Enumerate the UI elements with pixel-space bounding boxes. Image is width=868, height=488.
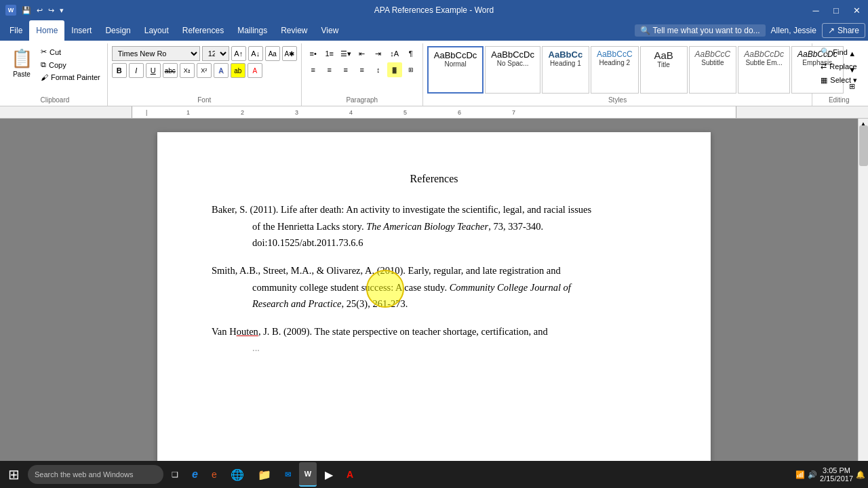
menu-home[interactable]: Home <box>29 20 64 41</box>
underline-btn[interactable]: U <box>146 63 161 78</box>
font-size-select[interactable]: 12 <box>202 46 229 61</box>
increase-indent-btn[interactable]: ⇥ <box>371 46 386 61</box>
scrollbar-thumb[interactable] <box>859 125 868 166</box>
clear-format-btn[interactable]: Aa <box>265 46 280 61</box>
paragraph-section: ≡• 1≡ ☰▾ ⇤ ⇥ ↕A ¶ ≡ ≡ ≡ ≡ ↕ ▓ ⊞ Paragrap… <box>302 43 423 106</box>
title-bar-controls: ─ □ ✕ <box>810 4 863 16</box>
maximize-btn[interactable]: □ <box>830 4 842 16</box>
ruler: | 1 2 3 4 5 6 7 <box>0 106 868 119</box>
grow-font-btn[interactable]: A↑ <box>231 46 246 61</box>
acrobat-taskbar-btn[interactable]: A <box>341 462 359 487</box>
paste-button[interactable]: 📋 Paste <box>7 46 37 80</box>
format-painter-label: Format Painter <box>51 73 100 81</box>
style-subtle-em[interactable]: AaBbCcDc Subtle Em... <box>738 46 790 94</box>
bold-btn[interactable]: B <box>112 63 127 78</box>
taskbar-search[interactable] <box>28 465 163 484</box>
document-container[interactable]: References Baker, S. (2011). Life after … <box>0 119 868 477</box>
word-taskbar-btn[interactable]: W <box>299 462 317 487</box>
share-btn[interactable]: ↗ Share <box>822 23 865 38</box>
customize-qa-btn[interactable]: ▾ <box>58 5 65 16</box>
change-case-btn[interactable]: A✱ <box>282 46 297 61</box>
font-style-row: B I U abc X₂ X² A ab A <box>112 63 297 78</box>
superscript-btn[interactable]: X² <box>197 63 212 78</box>
decrease-indent-btn[interactable]: ⇤ <box>355 46 370 61</box>
ruler-mark-4: 4 <box>349 109 353 116</box>
replace-label: Replace <box>829 62 856 70</box>
menu-file[interactable]: File <box>3 20 29 41</box>
line-spacing-btn[interactable]: ↕ <box>371 62 386 77</box>
find-button[interactable]: 🔍 Find <box>816 46 851 58</box>
format-painter-button[interactable]: 🖌 Format Painter <box>38 72 103 83</box>
replace-button[interactable]: ⇄ Replace <box>816 60 861 72</box>
highlight-btn[interactable]: ab <box>231 63 245 78</box>
vertical-scrollbar[interactable]: ▲ ▼ <box>858 119 868 477</box>
media-taskbar-btn[interactable]: ▶ <box>319 462 338 487</box>
edge-taskbar-btn[interactable]: e <box>206 462 222 487</box>
align-left-btn[interactable]: ≡ <box>306 62 321 77</box>
ie-taskbar-btn[interactable]: e <box>186 462 203 487</box>
ribbon: 📋 Paste ✂ Cut ⧉ Copy 🖌 Format Painter Cl… <box>0 41 868 106</box>
editing-content: 🔍 Find ⇄ Replace ▦ Select ▾ <box>816 43 861 96</box>
paragraph-content: ≡• 1≡ ☰▾ ⇤ ⇥ ↕A ¶ ≡ ≡ ≡ ≡ ↕ ▓ ⊞ <box>306 43 418 96</box>
subscript-btn[interactable]: X₂ <box>180 63 195 78</box>
baker-line3: doi:10.1525/abt.2011.73.6.6 <box>252 235 656 251</box>
style-nospace[interactable]: AaBbCcDc No Spac... <box>485 46 540 94</box>
strikethrough-btn[interactable]: abc <box>163 63 178 78</box>
ruler-mark-7: 7 <box>512 109 515 116</box>
justify-btn[interactable]: ≡ <box>355 62 370 77</box>
baker-journal: The American Biology Teacher <box>366 221 488 232</box>
menu-references[interactable]: References <box>176 20 231 41</box>
minimize-btn[interactable]: ─ <box>810 4 822 16</box>
smith-journal2: Research and Practice <box>252 298 342 309</box>
style-normal-label: Normal <box>434 60 477 68</box>
save-qa-btn[interactable]: 💾 <box>20 5 33 16</box>
style-title[interactable]: AaB Title <box>640 46 688 94</box>
copy-button[interactable]: ⧉ Copy <box>38 59 103 70</box>
redo-qa-btn[interactable]: ↪ <box>47 5 56 16</box>
font-name-select[interactable]: Times New Ro <box>112 46 200 61</box>
user-name: Allen, Jessie <box>771 26 816 35</box>
find-icon: 🔍 <box>821 47 830 56</box>
outlook-taskbar-btn[interactable]: ✉ <box>279 462 296 487</box>
numbering-btn[interactable]: 1≡ <box>322 46 337 61</box>
borders-btn[interactable]: ⊞ <box>403 62 418 77</box>
bullets-btn[interactable]: ≡• <box>306 46 321 61</box>
menu-insert[interactable]: Insert <box>64 20 98 41</box>
select-button[interactable]: ▦ Select ▾ <box>816 75 861 86</box>
shrink-font-btn[interactable]: A↓ <box>248 46 263 61</box>
menu-review[interactable]: Review <box>274 20 314 41</box>
cut-label: Cut <box>50 48 61 56</box>
style-normal[interactable]: AaBbCcDc Normal <box>427 46 484 94</box>
sort-btn[interactable]: ↕A <box>387 46 402 61</box>
smith-line3: Research and Practice, 25(3), 261-273. <box>252 296 656 312</box>
menu-view[interactable]: View <box>315 20 346 41</box>
reference-vanhouten: Van Houten, J. B. (2009). The state pers… <box>212 323 656 357</box>
show-hide-btn[interactable]: ¶ <box>403 46 418 61</box>
start-btn[interactable]: ⊞ <box>3 462 25 487</box>
menu-mailings[interactable]: Mailings <box>231 20 274 41</box>
multilevel-btn[interactable]: ☰▾ <box>338 46 353 61</box>
text-effect-btn[interactable]: A <box>214 63 229 78</box>
style-heading2-preview: AaBbCcC <box>597 49 633 59</box>
style-heading1[interactable]: AaBbCc Heading 1 <box>542 46 589 94</box>
list-buttons-row: ≡• 1≡ ☰▾ ⇤ ⇥ ↕A ¶ <box>306 46 418 61</box>
menu-layout[interactable]: Layout <box>138 20 176 41</box>
style-subtitle-label: Subtitle <box>695 59 731 66</box>
chrome-taskbar-btn[interactable]: 🌐 <box>225 462 250 487</box>
close-btn[interactable]: ✕ <box>850 4 863 16</box>
task-view-btn[interactable]: ❑ <box>166 462 184 487</box>
menu-design[interactable]: Design <box>98 20 137 41</box>
undo-qa-btn[interactable]: ↩ <box>35 5 44 16</box>
italic-btn[interactable]: I <box>129 63 144 78</box>
shading-btn[interactable]: ▓ <box>387 62 402 77</box>
folder-taskbar-btn[interactable]: 📁 <box>252 462 277 487</box>
align-right-btn[interactable]: ≡ <box>338 62 353 77</box>
style-heading2[interactable]: AaBbCcC Heading 2 <box>591 46 639 94</box>
tell-me-field[interactable]: 🔍 Tell me what you want to do... <box>635 24 765 37</box>
align-center-btn[interactable]: ≡ <box>322 62 337 77</box>
font-color-btn[interactable]: A <box>248 63 262 78</box>
cut-button[interactable]: ✂ Cut <box>38 46 103 58</box>
style-heading2-label: Heading 2 <box>597 59 633 66</box>
style-subtitle[interactable]: AaBbCcC Subtitle <box>689 46 737 94</box>
notification-btn[interactable]: 🔔 <box>856 470 865 479</box>
